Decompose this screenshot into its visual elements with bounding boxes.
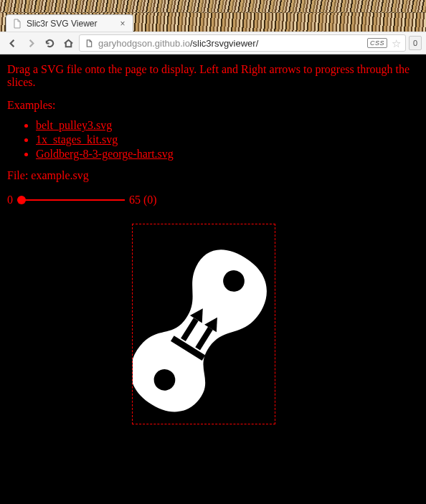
slider-row: 0 65 (0) (7, 194, 419, 206)
toolbar: garyhodgson.github.io/slic3rsvgviewer/ C… (0, 32, 426, 54)
file-line: File: example.svg (7, 169, 419, 182)
tab-active[interactable]: Slic3r SVG Viewer × (6, 14, 133, 32)
extensions-counter[interactable]: 0 (409, 36, 422, 50)
instructions-text: Drag a SVG file onto the page to display… (7, 63, 419, 89)
page-viewport[interactable]: Drag a SVG file onto the page to display… (0, 54, 426, 504)
page-icon (84, 38, 94, 48)
url-host: garyhodgson.github.io (98, 38, 190, 49)
window-titlebar-bg (0, 0, 426, 13)
forward-button[interactable] (23, 35, 39, 51)
url-text: garyhodgson.github.io/slic3rsvgviewer/ (98, 38, 363, 49)
slice-svg (133, 224, 275, 424)
list-item: 1x_stages_kit.svg (36, 133, 419, 146)
tab-close-icon[interactable]: × (118, 19, 127, 28)
file-prefix: File: (7, 169, 31, 181)
slice-slider[interactable] (17, 195, 125, 205)
css-badge[interactable]: CSS (367, 38, 387, 48)
slider-track (17, 199, 125, 201)
tab-strip: Slic3r SVG Viewer × (0, 13, 426, 32)
browser-window: Slic3r SVG Viewer × garyhodgson.github.i… (0, 0, 426, 504)
url-path: /slic3rsvgviewer/ (190, 38, 258, 49)
example-link[interactable]: belt_pulley3.svg (36, 119, 112, 131)
list-item: Goldberg-8-3-george-hart.svg (36, 148, 419, 161)
svg-preview-stage (132, 224, 275, 424)
list-item: belt_pulley3.svg (36, 119, 419, 132)
tab-favicon-file-icon (12, 19, 22, 29)
slider-min: 0 (7, 194, 13, 206)
slider-readout: 65 (0) (129, 194, 157, 206)
reload-button[interactable] (42, 35, 57, 51)
address-bar[interactable]: garyhodgson.github.io/slic3rsvgviewer/ C… (79, 34, 406, 52)
tab-title: Slic3r SVG Viewer (27, 19, 114, 29)
bookmark-star-icon[interactable]: ☆ (392, 38, 401, 49)
home-button[interactable] (60, 35, 76, 51)
example-link[interactable]: Goldberg-8-3-george-hart.svg (36, 148, 174, 160)
back-button[interactable] (4, 35, 20, 51)
file-name: example.svg (31, 169, 88, 181)
examples-list: belt_pulley3.svg 1x_stages_kit.svg Goldb… (7, 119, 419, 161)
example-link[interactable]: 1x_stages_kit.svg (36, 133, 118, 146)
examples-label: Examples: (7, 99, 419, 112)
slider-thumb[interactable] (17, 196, 26, 204)
